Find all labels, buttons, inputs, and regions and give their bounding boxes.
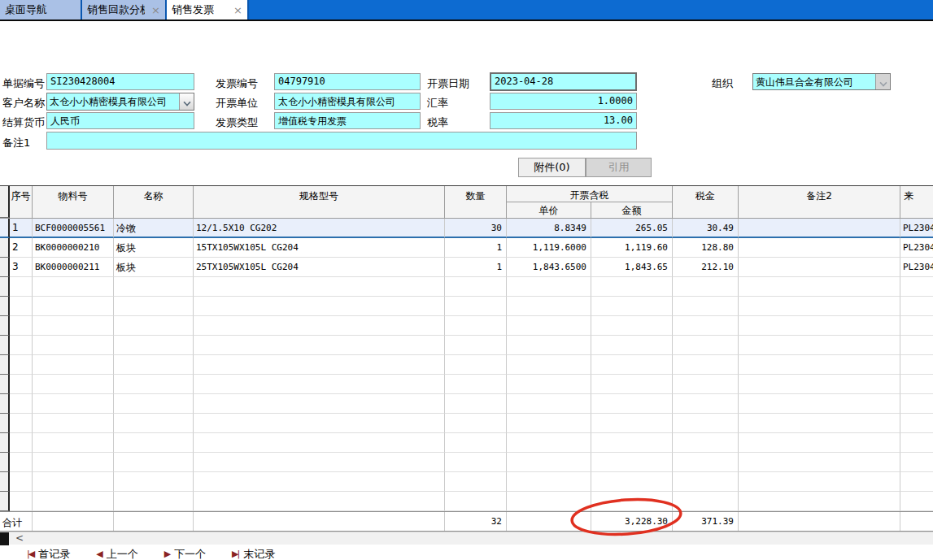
first-record-button[interactable]: 首记录 — [27, 547, 70, 560]
table-cell[interactable] — [507, 297, 591, 316]
cell-name[interactable]: 冷镦 — [114, 219, 194, 238]
table-cell[interactable] — [114, 355, 194, 375]
table-cell[interactable] — [673, 433, 739, 453]
table-cell[interactable] — [507, 394, 591, 414]
table-cell[interactable] — [33, 414, 114, 433]
table-cell[interactable] — [591, 433, 673, 453]
table-cell[interactable] — [33, 472, 114, 492]
table-empty-row[interactable] — [0, 297, 933, 316]
prev-record-button[interactable]: 上一个 — [96, 547, 137, 560]
table-cell[interactable] — [10, 297, 33, 316]
col-header-tax[interactable]: 税金 — [673, 186, 739, 218]
table-cell[interactable] — [673, 316, 739, 336]
cell-material[interactable]: BK0000000211 — [33, 258, 114, 277]
table-cell[interactable] — [445, 414, 507, 433]
cell-qty[interactable]: 1 — [445, 258, 507, 277]
table-cell[interactable] — [739, 316, 900, 336]
table-cell[interactable] — [114, 316, 194, 336]
table-cell[interactable] — [591, 394, 673, 414]
cell-sn[interactable]: 3 — [10, 258, 33, 277]
table-cell[interactable] — [194, 277, 445, 297]
row-indicator[interactable] — [0, 219, 10, 238]
table-cell[interactable] — [507, 277, 591, 297]
table-cell[interactable] — [194, 336, 445, 355]
table-cell[interactable] — [673, 492, 739, 511]
table-cell[interactable] — [900, 414, 933, 433]
tab-sales-invoice[interactable]: 销售发票 × — [167, 0, 249, 20]
cell-qty[interactable]: 1 — [445, 238, 507, 258]
table-cell[interactable] — [445, 433, 507, 453]
table-cell[interactable] — [591, 453, 673, 472]
cell-amount[interactable]: 1,843.65 — [591, 258, 673, 277]
table-cell[interactable] — [900, 316, 933, 336]
table-cell[interactable] — [739, 355, 900, 375]
table-cell[interactable] — [591, 414, 673, 433]
cell-material[interactable]: BCF0000005561 — [33, 219, 114, 238]
table-cell[interactable] — [194, 492, 445, 511]
cell-qty[interactable]: 30 — [445, 219, 507, 238]
table-empty-row[interactable] — [0, 336, 933, 355]
table-cell[interactable] — [445, 453, 507, 472]
table-cell[interactable] — [900, 277, 933, 297]
table-cell[interactable] — [114, 277, 194, 297]
tab-desktop-nav[interactable]: 桌面导航 — [0, 0, 82, 20]
reference-button[interactable]: 引用 — [586, 158, 652, 177]
table-cell[interactable] — [10, 472, 33, 492]
cell-unit-price[interactable]: 1,843.6500 — [507, 258, 591, 277]
cell-source[interactable]: PL2304 — [900, 258, 933, 277]
cell-spec[interactable]: 25TX105WX105L CG204 — [194, 258, 445, 277]
table-cell[interactable] — [10, 355, 33, 375]
table-cell[interactable] — [0, 355, 10, 375]
table-cell[interactable] — [0, 492, 10, 511]
invoice-no-field[interactable]: 04797910 — [274, 73, 421, 90]
table-cell[interactable] — [507, 336, 591, 355]
cell-spec[interactable]: 15TX105WX105L CG204 — [194, 238, 445, 258]
table-cell[interactable] — [33, 277, 114, 297]
table-cell[interactable] — [114, 375, 194, 394]
table-cell[interactable] — [445, 297, 507, 316]
table-cell[interactable] — [0, 297, 10, 316]
table-empty-row[interactable] — [0, 316, 933, 336]
table-cell[interactable] — [591, 355, 673, 375]
table-cell[interactable] — [33, 394, 114, 414]
cell-source[interactable]: PL2304 — [900, 238, 933, 258]
table-cell[interactable] — [194, 433, 445, 453]
cell-material[interactable]: BK0000000210 — [33, 238, 114, 258]
table-cell[interactable] — [194, 472, 445, 492]
table-cell[interactable] — [445, 472, 507, 492]
table-cell[interactable] — [739, 394, 900, 414]
table-cell[interactable] — [114, 336, 194, 355]
cell-sn[interactable]: 1 — [10, 219, 33, 238]
table-cell[interactable] — [114, 297, 194, 316]
table-cell[interactable] — [900, 297, 933, 316]
table-cell[interactable] — [0, 414, 10, 433]
table-empty-row[interactable] — [0, 472, 933, 492]
table-cell[interactable] — [0, 375, 10, 394]
close-icon[interactable]: × — [227, 4, 242, 16]
table-cell[interactable] — [0, 394, 10, 414]
cell-tax[interactable]: 128.80 — [673, 238, 739, 258]
billing-unit-field[interactable]: 太仓小小精密模具有限公司 — [274, 93, 421, 110]
table-cell[interactable] — [900, 375, 933, 394]
table-row[interactable]: 1 BCF0000005561 冷镦 12/1.5X10 CG202 30 8.… — [0, 219, 933, 238]
table-empty-row[interactable] — [0, 433, 933, 453]
table-cell[interactable] — [445, 316, 507, 336]
table-cell[interactable] — [0, 472, 10, 492]
table-cell[interactable] — [673, 394, 739, 414]
doc-no-field[interactable]: SI230428004 — [46, 73, 194, 90]
table-cell[interactable] — [445, 336, 507, 355]
table-row[interactable]: 2 BK0000000210 板块 15TX105WX105L CG204 1 … — [0, 238, 933, 258]
table-cell[interactable] — [10, 277, 33, 297]
col-header-amount[interactable]: 金额 — [591, 202, 672, 218]
cell-tax[interactable]: 30.49 — [673, 219, 739, 238]
table-cell[interactable] — [33, 336, 114, 355]
table-cell[interactable] — [673, 453, 739, 472]
row-indicator[interactable] — [0, 258, 10, 277]
invoice-type-field[interactable]: 增值税专用发票 — [274, 112, 421, 129]
table-cell[interactable] — [739, 472, 900, 492]
table-cell[interactable] — [507, 316, 591, 336]
table-cell[interactable] — [739, 297, 900, 316]
table-cell[interactable] — [194, 355, 445, 375]
table-cell[interactable] — [33, 453, 114, 472]
cell-source[interactable]: PL2304 — [900, 219, 933, 238]
